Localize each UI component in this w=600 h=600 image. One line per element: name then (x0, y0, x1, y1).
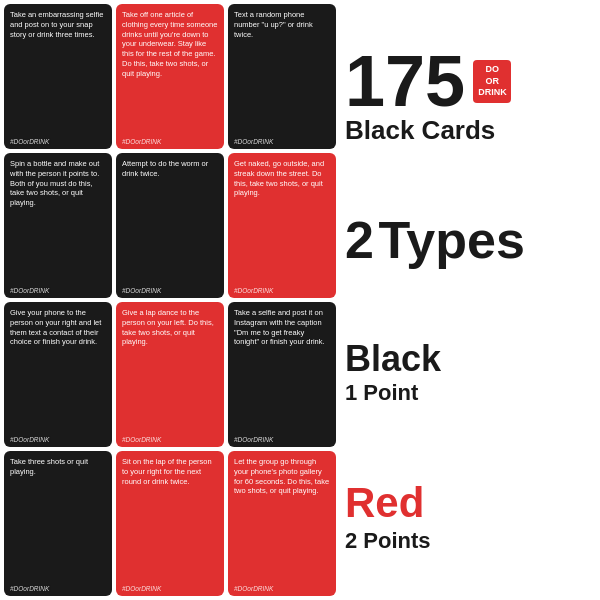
card-item: Get naked, go outside, and streak down t… (228, 153, 336, 298)
card-hashtag: #DOorDRINK (122, 436, 218, 443)
card-item: Text a random phone number "u up?" or dr… (228, 4, 336, 149)
types-number: 2 (345, 211, 374, 269)
logo-box: DO OR DRINK (473, 60, 511, 103)
card-item: Sit on the lap of the person to your rig… (116, 451, 224, 596)
black-color-label: Black (345, 337, 590, 380)
card-text: Text a random phone number "u up?" or dr… (234, 10, 330, 134)
card-hashtag: #DOorDRINK (122, 287, 218, 294)
card-hashtag: #DOorDRINK (10, 287, 106, 294)
card-item: Take an embarrassing selfie and post on … (4, 4, 112, 149)
card-text: Take three shots or quit playing. (10, 457, 106, 581)
card-item: Give your phone to the person on your ri… (4, 302, 112, 447)
card-hashtag: #DOorDRINK (234, 436, 330, 443)
card-text: Give a lap dance to the person on your l… (122, 308, 218, 432)
logo-line2: OR (485, 76, 499, 86)
card-text: Let the group go through your phone's ph… (234, 457, 330, 581)
card-item: Let the group go through your phone's ph… (228, 451, 336, 596)
card-text: Take an embarrassing selfie and post on … (10, 10, 106, 134)
card-text: Get naked, go outside, and streak down t… (234, 159, 330, 283)
card-hashtag: #DOorDRINK (10, 585, 106, 592)
card-hashtag: #DOorDRINK (10, 436, 106, 443)
card-text: Sit on the lap of the person to your rig… (122, 457, 218, 581)
card-text: Take a selfie and post it on Instagram w… (234, 308, 330, 432)
card-hashtag: #DOorDRINK (234, 585, 330, 592)
card-hashtag: #DOorDRINK (234, 287, 330, 294)
logo-line3: DRINK (478, 87, 507, 97)
count-section: 175 DO OR DRINK Black Cards (345, 45, 590, 143)
card-item: Take off one article of clothing every t… (116, 4, 224, 149)
card-item: Spin a bottle and make out with the pers… (4, 153, 112, 298)
card-text: Spin a bottle and make out with the pers… (10, 159, 106, 283)
card-count: 175 (345, 45, 465, 117)
card-hashtag: #DOorDRINK (10, 138, 106, 145)
types-label: Types (378, 211, 524, 269)
card-item: Take a selfie and post it on Instagram w… (228, 302, 336, 447)
black-detail: Black 1 Point (345, 337, 590, 407)
types-section: 2 Types (345, 214, 590, 266)
card-text: Take off one article of clothing every t… (122, 10, 218, 134)
logo-line1: DO (485, 64, 499, 74)
card-item: Take three shots or quit playing.#DOorDR… (4, 451, 112, 596)
card-text: Give your phone to the person on your ri… (10, 308, 106, 432)
cards-grid: Take an embarrassing selfie and post on … (0, 0, 340, 600)
card-hashtag: #DOorDRINK (122, 138, 218, 145)
red-points-label: 2 Points (345, 528, 590, 554)
card-item: Attempt to do the worm or drink twice.#D… (116, 153, 224, 298)
card-item: Give a lap dance to the person on your l… (116, 302, 224, 447)
black-points-label: 1 Point (345, 380, 590, 406)
black-cards-label: Black Cards (345, 117, 590, 143)
red-detail: Red 2 Points (345, 478, 590, 555)
info-panel: 175 DO OR DRINK Black Cards 2 Types Blac… (340, 0, 600, 600)
card-hashtag: #DOorDRINK (234, 138, 330, 145)
card-hashtag: #DOorDRINK (122, 585, 218, 592)
red-color-label: Red (345, 478, 590, 528)
card-text: Attempt to do the worm or drink twice. (122, 159, 218, 283)
